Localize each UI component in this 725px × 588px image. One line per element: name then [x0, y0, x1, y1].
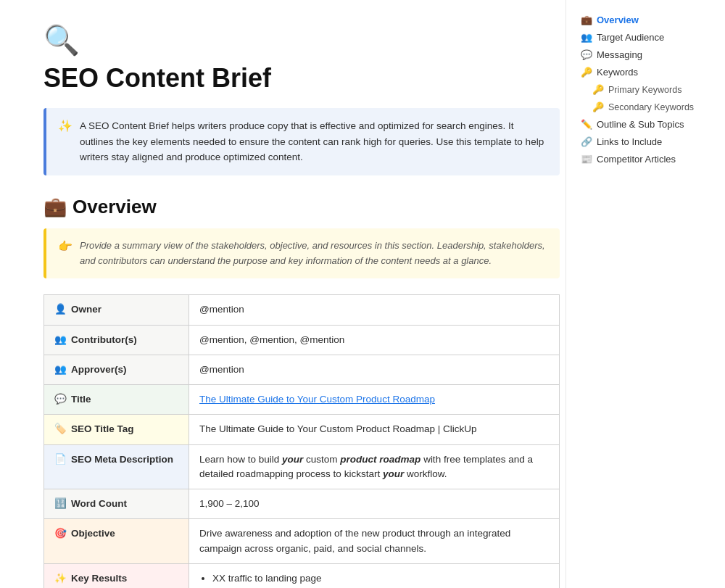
sidebar-icon-1: 👥 — [581, 32, 592, 43]
sidebar-label: Outline & Sub Topics — [597, 119, 684, 130]
table-row: 📄SEO Meta DescriptionLearn how to build … — [44, 444, 560, 489]
table-cell-value: @mention, @mention, @mention — [189, 325, 560, 355]
sidebar-icon-4: 🔑 — [592, 84, 604, 95]
sidebar-item-primary-keywords[interactable]: 🔑Primary Keywords — [576, 81, 715, 98]
row-icon: 🔢 — [54, 498, 67, 509]
page-icon: 🔍 — [44, 23, 560, 57]
table-cell-label: 👥Contributor(s) — [44, 325, 189, 355]
sidebar-label: Target Audience — [597, 32, 664, 43]
table-cell-value: @mention — [189, 295, 560, 325]
overview-heading: 💼 Overview — [44, 196, 560, 218]
sidebar-icon-8: 📰 — [581, 154, 592, 165]
table-row: 🏷️SEO Title TagThe Ultimate Guide to You… — [44, 415, 560, 444]
overview-icon: 💼 — [44, 196, 67, 218]
row-icon: 👤 — [54, 304, 67, 315]
row-icon: 🏷️ — [54, 423, 67, 434]
sidebar-icon-0: 💼 — [581, 15, 592, 25]
sidebar-item-competitor-articles[interactable]: 📰Competitor Articles — [576, 151, 715, 167]
sidebar-icon-2: 💬 — [581, 49, 592, 60]
table-cell-value: XX traffic to landing page — [189, 563, 560, 588]
overview-table: 👤Owner@mention👥Contributor(s)@mention, @… — [44, 294, 560, 588]
row-icon: 👥 — [54, 334, 67, 345]
table-cell-label: 👤Owner — [44, 295, 189, 325]
row-icon: ✨ — [54, 573, 67, 584]
table-cell-value: The Ultimate Guide to Your Custom Produc… — [189, 385, 560, 415]
sidebar-item-links-to-include[interactable]: 🔗Links to Include — [576, 133, 715, 150]
table-cell-label: 🔢Word Count — [44, 489, 189, 519]
sidebar: 💼Overview👥Target Audience💬Messaging🔑Keyw… — [566, 0, 725, 588]
sidebar-label: Keywords — [597, 67, 638, 78]
sidebar-label: Competitor Articles — [597, 154, 676, 165]
table-cell-label: 🏷️SEO Title Tag — [44, 415, 189, 444]
callout-blue-icon: ✨ — [58, 119, 72, 133]
table-cell-value: Drive awareness and adoption of the new … — [189, 519, 560, 564]
sidebar-item-overview[interactable]: 💼Overview — [576, 12, 715, 28]
sidebar-icon-3: 🔑 — [581, 67, 592, 78]
sidebar-label: Primary Keywords — [608, 85, 682, 95]
main-content: 🔍 SEO Content Brief ✨ A SEO Content Brie… — [0, 0, 594, 588]
table-cell-label: 🎯Objective — [44, 519, 189, 564]
row-icon: 👥 — [54, 364, 67, 375]
table-cell-value: 1,900 – 2,100 — [189, 489, 560, 519]
table-row: 🎯ObjectiveDrive awareness and adoption o… — [44, 519, 560, 564]
table-cell-label: 📄SEO Meta Description — [44, 444, 189, 489]
table-row: 👥Approver(s)@mention — [44, 355, 560, 384]
sidebar-label: Messaging — [597, 49, 642, 60]
table-row: 👤Owner@mention — [44, 295, 560, 325]
sidebar-item-messaging[interactable]: 💬Messaging — [576, 46, 715, 63]
sidebar-label: Secondary Keywords — [608, 102, 694, 112]
overview-callout: 👉 Provide a summary view of the stakehol… — [44, 228, 560, 279]
sidebar-icon-5: 🔑 — [592, 102, 604, 112]
table-cell-label: 💬Title — [44, 385, 189, 415]
callout-yellow-text: Provide a summary view of the stakeholde… — [80, 239, 548, 269]
table-cell-label: 👥Approver(s) — [44, 355, 189, 384]
table-cell-value: @mention — [189, 355, 560, 384]
sidebar-item-keywords[interactable]: 🔑Keywords — [576, 64, 715, 80]
sidebar-label: Links to Include — [597, 136, 662, 147]
callout-blue-text: A SEO Content Brief helps writers produc… — [80, 118, 548, 165]
page-title: SEO Content Brief — [44, 63, 560, 94]
table-cell-value: The Ultimate Guide to Your Custom Produc… — [189, 415, 560, 444]
sidebar-icon-7: 🔗 — [581, 136, 592, 147]
callout-yellow-icon: 👉 — [58, 239, 72, 253]
intro-callout: ✨ A SEO Content Brief helps writers prod… — [44, 108, 560, 175]
row-icon: 🎯 — [54, 528, 67, 539]
row-icon: 💬 — [54, 394, 67, 405]
table-row: 👥Contributor(s)@mention, @mention, @ment… — [44, 325, 560, 355]
sidebar-item-target-audience[interactable]: 👥Target Audience — [576, 29, 715, 46]
table-cell-label: ✨Key Results — [44, 563, 189, 588]
sidebar-icon-6: ✏️ — [581, 119, 592, 130]
title-link[interactable]: The Ultimate Guide to Your Custom Produc… — [199, 394, 435, 405]
sidebar-label: Overview — [597, 15, 639, 25]
table-row: ✨Key ResultsXX traffic to landing page — [44, 563, 560, 588]
row-icon: 📄 — [54, 454, 67, 465]
table-row: 🔢Word Count1,900 – 2,100 — [44, 489, 560, 519]
table-row: 💬TitleThe Ultimate Guide to Your Custom … — [44, 385, 560, 415]
table-cell-value: Learn how to build your custom product r… — [189, 444, 560, 489]
sidebar-item-outline-&-sub-topics[interactable]: ✏️Outline & Sub Topics — [576, 116, 715, 133]
sidebar-item-secondary-keywords[interactable]: 🔑Secondary Keywords — [576, 99, 715, 115]
